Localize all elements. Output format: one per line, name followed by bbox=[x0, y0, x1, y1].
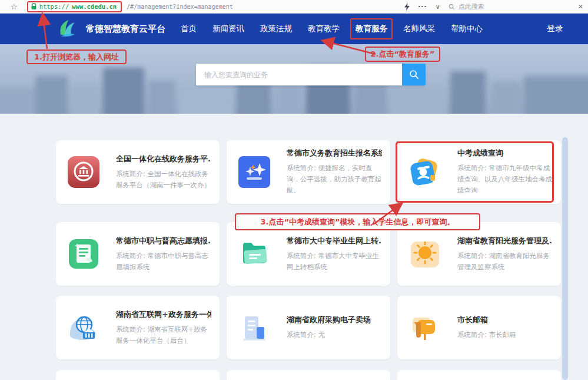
bookmark-star-icon[interactable]: ☆ bbox=[11, 2, 18, 11]
service-search-bar bbox=[196, 64, 426, 85]
card-gov-procurement[interactable]: 湖南省政府采购电子卖场 系统简介: 无 bbox=[227, 296, 390, 359]
card-title[interactable]: 湖南省互联网+政务服务一体... bbox=[116, 309, 211, 320]
address-bar-url-highlight[interactable]: https://www.cdedu.cn bbox=[27, 1, 122, 12]
globe-icon bbox=[67, 310, 101, 345]
card-archive-transfer[interactable]: 常德市大中专毕业生网上转... 系统简介: 常德市大中专毕业生网上转档系统 bbox=[227, 222, 390, 286]
browser-search-placeholder: 点此搜索 bbox=[459, 2, 484, 11]
document-list-icon bbox=[67, 237, 101, 271]
nav-item-education-services[interactable]: 教育服务 bbox=[356, 24, 387, 34]
search-icon bbox=[449, 4, 455, 10]
url-path: /#/management?index=management bbox=[127, 4, 233, 10]
url-scheme: https:// bbox=[39, 3, 69, 10]
nav-item-policies[interactable]: 政策法规 bbox=[260, 24, 292, 34]
platform-logo-icon bbox=[54, 17, 79, 41]
card-title[interactable]: 全国一体化在线政务服务平... bbox=[116, 154, 211, 164]
main-navigation: 常德智慧教育云平台 首页 新闻资讯 政策法规 教育教学 教育服务 名师风采 帮助… bbox=[0, 14, 588, 44]
browser-search-field[interactable]: 点此搜索 bbox=[449, 2, 566, 11]
scrollbar-thumb[interactable] bbox=[562, 137, 568, 380]
card-title[interactable]: 常德市大中专毕业生网上转... bbox=[287, 236, 382, 246]
card-desc: 系统简介: 全国一体化在线政务服务平台（湖南一件事一次办） bbox=[116, 168, 211, 191]
card-sunshine-service[interactable]: 湖南省教育阳光服务管理及... 系统简介: 湖南省教育阳光服务管理及监察系统 bbox=[397, 222, 561, 286]
graduate-icon bbox=[408, 155, 442, 189]
browser-toolbar: ☆ https://www.cdedu.cn /#/management?ind… bbox=[0, 0, 588, 14]
search-icon bbox=[409, 70, 419, 80]
card-desc: 系统简介: 湖南省互联网+政务服务一体化平台（后台） bbox=[116, 324, 211, 346]
card-desc: 系统简介: 市长邮箱 bbox=[457, 329, 553, 341]
card-desc: 系统简介: 常德市中职与普高志愿填报系统 bbox=[116, 250, 211, 273]
nav-menu: 首页 新闻资讯 政策法规 教育教学 教育服务 名师风采 帮助中心 bbox=[181, 24, 483, 34]
card-desc: 系统简介: 湖南省教育阳光服务管理及监察系统 bbox=[457, 250, 553, 273]
chevron-down-icon[interactable]: ∨ bbox=[436, 3, 440, 11]
nav-item-teachers[interactable]: 名师风采 bbox=[403, 24, 435, 34]
platform-title: 常德智慧教育云平台 bbox=[86, 24, 165, 35]
buildings-icon bbox=[237, 310, 271, 345]
partial-card[interactable] bbox=[56, 370, 220, 380]
children-stars-icon bbox=[237, 155, 271, 189]
mailbox-icon bbox=[408, 310, 442, 345]
card-title[interactable]: 市长邮箱 bbox=[457, 315, 553, 325]
service-search-button[interactable] bbox=[402, 64, 426, 85]
card-volunteer-application[interactable]: 常德市中职与普高志愿填报... 系统简介: 常德市中职与普高志愿填报系统 bbox=[56, 222, 220, 286]
card-title[interactable]: 常德市中职与普高志愿填报... bbox=[116, 236, 211, 246]
sun-icon bbox=[408, 237, 442, 271]
card-desc: 系统简介: 常德市九年级中考成绩查询、以及八年级生地会考成绩查询 bbox=[457, 163, 553, 196]
card-internet-gov-platform[interactable]: 湖南省互联网+政务服务一体... 系统简介: 湖南省互联网+政务服务一体化平台（… bbox=[56, 296, 220, 359]
secure-lock-icon bbox=[31, 3, 36, 10]
annotation-step3: 3.点击“中考成绩查询”模块，输入学生信息，即可查询。 bbox=[235, 213, 480, 230]
card-exam-score-query[interactable]: 中考成绩查询 系统简介: 常德市九年级中考成绩查询、以及八年级生地会考成绩查询 bbox=[397, 140, 561, 204]
card-title[interactable]: 常德市义务教育招生报名系统 bbox=[287, 148, 382, 158]
card-title[interactable]: 湖南省教育阳光服务管理及... bbox=[457, 236, 553, 246]
nav-item-home[interactable]: 首页 bbox=[181, 24, 197, 34]
login-button[interactable]: 登录 bbox=[547, 24, 563, 34]
annotation-step2: 2.点击“教育服务” bbox=[365, 47, 440, 62]
lightning-icon[interactable] bbox=[404, 3, 410, 11]
annotation-step1: 1.打开浏览器，输入网址 bbox=[26, 49, 127, 64]
card-enrollment-system[interactable]: 常德市义务教育招生报名系统 系统简介: 便捷报名，实时查询，公平选拔，助力孩子教… bbox=[227, 140, 390, 204]
card-national-gov-services[interactable]: 全国一体化在线政务服务平... 系统简介: 全国一体化在线政务服务平台（湖南一件… bbox=[56, 140, 220, 204]
card-desc: 系统简介: 便捷报名，实时查询，公平选拔，助力孩子教育起航。 bbox=[287, 163, 382, 196]
nav-item-teaching[interactable]: 教育教学 bbox=[308, 24, 340, 34]
nav-item-help[interactable]: 帮助中心 bbox=[451, 24, 483, 34]
nav-item-news[interactable]: 新闻资讯 bbox=[212, 24, 244, 34]
browser-toolbar-icon[interactable]: ✕ bbox=[578, 3, 583, 11]
card-desc: 系统简介: 常德市大中专毕业生网上转档系统 bbox=[287, 250, 382, 273]
card-title[interactable]: 湖南省政府采购电子卖场 bbox=[287, 315, 382, 325]
card-title[interactable]: 中考成绩查询 bbox=[457, 148, 553, 158]
card-desc: 系统简介: 无 bbox=[287, 329, 382, 341]
url-domain: www.cdedu.cn bbox=[72, 3, 117, 10]
service-search-input[interactable] bbox=[196, 64, 402, 85]
partial-card[interactable] bbox=[397, 370, 561, 380]
partial-card[interactable] bbox=[227, 370, 390, 380]
folder-icon bbox=[237, 237, 271, 271]
card-mayor-mailbox[interactable]: 市长邮箱 系统简介: 市长邮箱 bbox=[397, 296, 561, 359]
more-menu-icon[interactable]: ··· bbox=[418, 3, 427, 11]
government-building-icon bbox=[67, 155, 101, 189]
